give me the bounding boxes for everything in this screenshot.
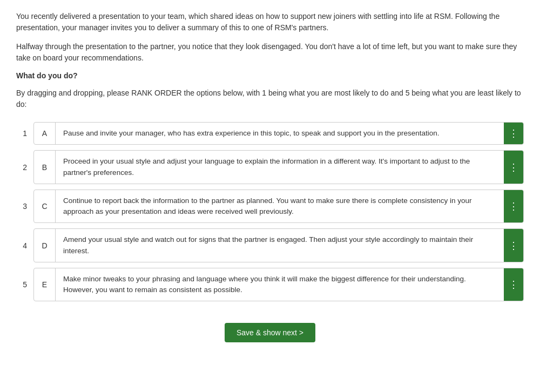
footer: Save & show next >	[16, 317, 524, 342]
item-text: Amend your usual style and watch out for…	[56, 229, 504, 262]
drag-handle[interactable]: ⋮	[504, 268, 523, 301]
rank-row: 4 D Amend your usual style and watch out…	[16, 228, 524, 262]
rank-items-list: 1 A Pause and invite your manager, who h…	[16, 122, 524, 301]
rank-number: 1	[16, 129, 27, 138]
drag-dots-icon: ⋮	[509, 129, 519, 138]
letter-label: D	[34, 229, 56, 262]
item-text: Continue to report back the information …	[56, 190, 504, 223]
intro-paragraph1: You recently delivered a presentation to…	[16, 11, 524, 33]
question-text: What do you do?	[16, 71, 524, 80]
item-text: Proceed in your usual style and adjust y…	[56, 151, 504, 184]
rank-item[interactable]: E Make minor tweaks to your phrasing and…	[33, 268, 524, 302]
item-text: Pause and invite your manager, who has e…	[56, 123, 504, 144]
letter-label: C	[34, 190, 56, 223]
item-text: Make minor tweaks to your phrasing and l…	[56, 268, 504, 301]
rank-row: 2 B Proceed in your usual style and adju…	[16, 150, 524, 184]
intro-paragraph2: Halfway through the presentation to the …	[16, 41, 524, 64]
drag-dots-icon: ⋮	[509, 201, 519, 211]
instruction-text: By dragging and dropping, please RANK OR…	[16, 87, 524, 110]
letter-label: A	[34, 123, 56, 144]
rank-item[interactable]: A Pause and invite your manager, who has…	[33, 122, 524, 145]
rank-item[interactable]: D Amend your usual style and watch out f…	[33, 228, 524, 262]
drag-handle[interactable]: ⋮	[504, 229, 523, 262]
rank-item[interactable]: B Proceed in your usual style and adjust…	[33, 150, 524, 184]
drag-handle[interactable]: ⋮	[504, 190, 523, 223]
rank-row: 3 C Continue to report back the informat…	[16, 190, 524, 224]
save-show-next-button[interactable]: Save & show next >	[225, 323, 315, 342]
page-container: You recently delivered a presentation to…	[0, 0, 540, 359]
drag-handle[interactable]: ⋮	[504, 123, 523, 144]
rank-row: 1 A Pause and invite your manager, who h…	[16, 122, 524, 145]
rank-item[interactable]: C Continue to report back the informatio…	[33, 190, 524, 224]
letter-label: B	[34, 151, 56, 184]
rank-number: 4	[16, 241, 27, 250]
letter-label: E	[34, 268, 56, 301]
rank-number: 2	[16, 163, 27, 172]
drag-handle[interactable]: ⋮	[504, 151, 523, 184]
drag-dots-icon: ⋮	[509, 280, 519, 289]
drag-dots-icon: ⋮	[509, 241, 519, 251]
drag-dots-icon: ⋮	[509, 163, 519, 172]
rank-row: 5 E Make minor tweaks to your phrasing a…	[16, 268, 524, 302]
rank-number: 5	[16, 280, 27, 289]
rank-number: 3	[16, 202, 27, 211]
